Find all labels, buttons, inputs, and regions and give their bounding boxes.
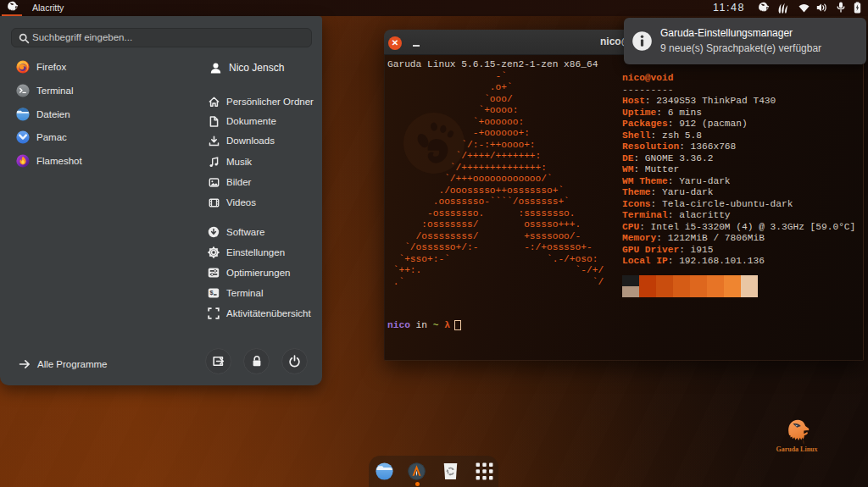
svg-text:$: $ <box>209 290 214 296</box>
